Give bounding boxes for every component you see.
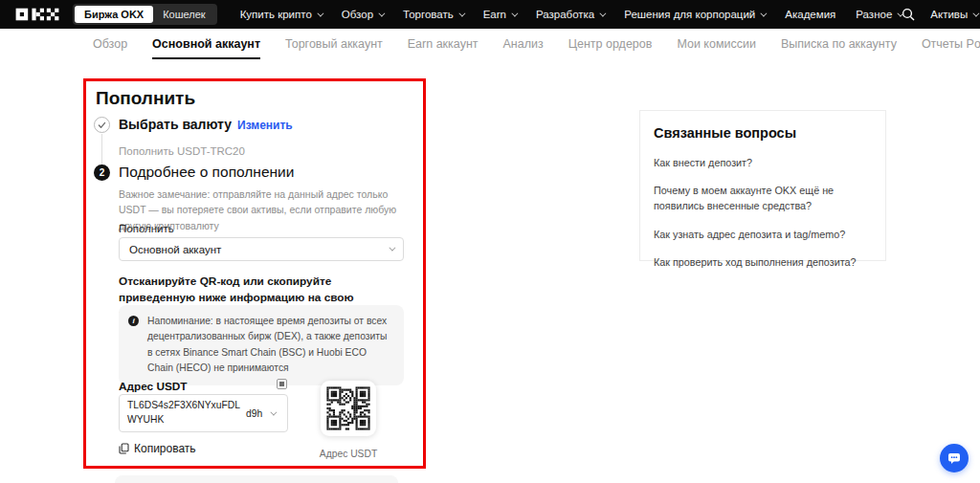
chevron-down-icon bbox=[761, 10, 768, 16]
copy-icon bbox=[119, 443, 129, 454]
copy-label: Копировать bbox=[134, 442, 196, 455]
okx-logo[interactable] bbox=[15, 8, 59, 21]
page-title: Пополнить bbox=[96, 88, 195, 109]
step1-label: Выбрать валюту bbox=[119, 117, 232, 132]
step2-number-badge: 2 bbox=[94, 165, 110, 181]
menu-develop[interactable]: Разработка bbox=[536, 9, 604, 20]
tab-por-reports[interactable]: Отчеты PoR bbox=[922, 29, 980, 59]
related-questions-panel: Связанные вопросы Как внести депозит? По… bbox=[639, 110, 886, 261]
tab-order-center[interactable]: Центр ордеров bbox=[568, 29, 653, 59]
faq-link-how-to-deposit[interactable]: Как внести депозит? bbox=[654, 155, 872, 170]
step2-label: Подробнее о пополнении bbox=[119, 164, 294, 181]
toggle-wallet[interactable]: Кошелек bbox=[153, 6, 214, 23]
tab-analysis[interactable]: Анализ bbox=[503, 29, 544, 59]
address-value: TL6DS4s2F3X6NYxuFDLWYUHK bbox=[127, 399, 240, 428]
step1-check-icon bbox=[94, 117, 110, 133]
chevron-down-icon bbox=[389, 245, 395, 252]
okx-logo-icon bbox=[15, 8, 59, 21]
assets-menu[interactable]: Активы bbox=[930, 9, 977, 20]
account-select[interactable]: Основной аккаунт bbox=[119, 237, 404, 261]
chat-bubble-icon bbox=[947, 450, 962, 466]
account-tabbar: Обзор Основной аккаунт Торговый аккаунт … bbox=[0, 29, 980, 59]
faq-title: Связанные вопросы bbox=[654, 125, 872, 141]
change-currency-link[interactable]: Изменить bbox=[237, 119, 293, 132]
step1-subtext: Пополнить USDT-TRC20 bbox=[119, 145, 245, 157]
tab-overview[interactable]: Обзор bbox=[93, 29, 127, 59]
qr-code[interactable] bbox=[321, 381, 376, 436]
menu-trade[interactable]: Торговать bbox=[403, 9, 463, 20]
chevron-down-icon bbox=[600, 10, 607, 16]
chevron-down-icon bbox=[271, 408, 278, 415]
menu-more[interactable]: Разное bbox=[856, 9, 902, 20]
next-section-edge bbox=[115, 475, 398, 483]
qr-caption: Адрес USDT bbox=[306, 449, 390, 459]
search-icon[interactable] bbox=[902, 8, 915, 21]
faq-link-check-progress[interactable]: Как проверить ход выполнения депозита? bbox=[654, 254, 872, 270]
exchange-wallet-toggle: Биржа OKX Кошелек bbox=[73, 4, 217, 25]
chevron-down-icon bbox=[458, 10, 465, 16]
address-suffix: d9h bbox=[246, 408, 262, 419]
reminder-notice: i Напоминание: в настоящее время депозит… bbox=[119, 305, 404, 385]
copy-address-button[interactable]: Копировать bbox=[119, 442, 196, 455]
address-label: Адрес USDT bbox=[119, 380, 188, 393]
menu-institutions[interactable]: Решения для корпораций bbox=[624, 9, 765, 20]
toggle-exchange[interactable]: Биржа OKX bbox=[75, 6, 153, 23]
address-dropdown[interactable]: TL6DS4s2F3X6NYxuFDLWYUHK d9h bbox=[119, 394, 288, 432]
chevron-down-icon bbox=[317, 10, 323, 16]
top-navigation: Биржа OKX Кошелек Купить крипто Обзор То… bbox=[0, 0, 980, 29]
chevron-down-icon bbox=[973, 10, 980, 16]
account-select-value: Основной аккаунт bbox=[129, 244, 381, 255]
menu-academy[interactable]: Академия bbox=[785, 9, 835, 20]
menu-earn[interactable]: Earn bbox=[483, 9, 516, 20]
tab-main-account[interactable]: Основной аккаунт bbox=[152, 29, 260, 59]
reminder-text: Напоминание: в настоящее время депозиты … bbox=[147, 314, 392, 377]
tab-trading-account[interactable]: Торговый аккаунт bbox=[285, 29, 383, 59]
step-connector-line bbox=[101, 134, 102, 166]
faq-link-address-tag-memo[interactable]: Как узнать адрес депозита и tag/memo? bbox=[654, 227, 872, 242]
account-select-label: Пополнить bbox=[119, 223, 174, 234]
info-icon: i bbox=[128, 316, 139, 326]
tab-my-fees[interactable]: Мои комиссии bbox=[677, 29, 756, 59]
chevron-down-icon bbox=[378, 10, 385, 16]
qr-toggle-icon[interactable] bbox=[277, 379, 287, 389]
faq-link-funds-not-arrived[interactable]: Почему в моем аккаунте OKX ещё не появил… bbox=[654, 183, 872, 213]
tab-earn-account[interactable]: Earn аккаунт bbox=[408, 29, 479, 59]
chevron-down-icon bbox=[511, 10, 518, 16]
main-menu: Купить крипто Обзор Торговать Earn Разра… bbox=[240, 9, 902, 20]
tab-account-statement[interactable]: Выписка по аккаунту bbox=[781, 29, 897, 59]
menu-buy-crypto[interactable]: Купить крипто bbox=[240, 9, 322, 20]
topnav-right: Активы bbox=[902, 8, 980, 22]
support-chat-button[interactable] bbox=[940, 444, 969, 472]
menu-discover[interactable]: Обзор bbox=[342, 9, 383, 20]
deposit-panel-annotated: Пополнить Выбрать валюту Изменить Пополн… bbox=[83, 78, 426, 469]
